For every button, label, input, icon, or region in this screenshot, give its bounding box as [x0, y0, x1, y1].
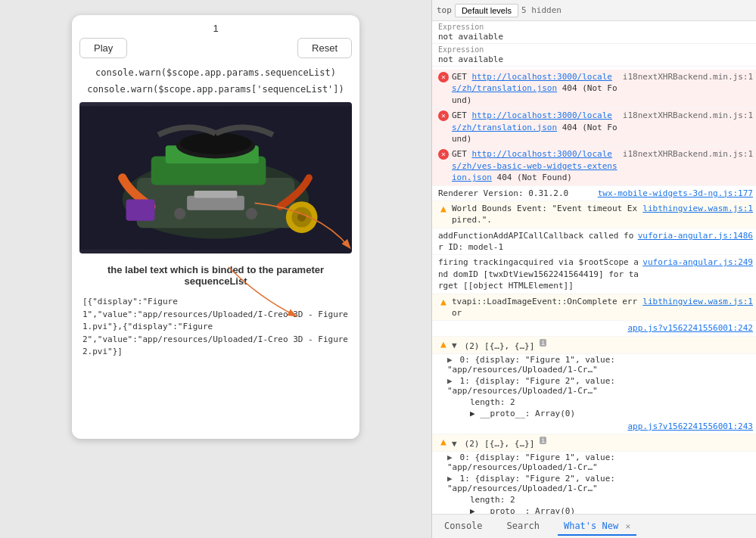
- log-text: ▼ (2) [{…}, {…}] i: [452, 436, 753, 449]
- frame-buttons: Play Reset: [79, 38, 352, 58]
- svg-point-9: [297, 213, 306, 221]
- expand-arrow-sub[interactable]: ▶: [447, 355, 455, 365]
- tab-indicator: 1: [79, 23, 352, 34]
- log-link[interactable]: app.js?v1562241556001:243: [627, 421, 753, 431]
- log-source: i18nextXHRBackend.min.js:1: [623, 148, 753, 160]
- tab-search[interactable]: Search: [501, 518, 546, 536]
- log-link[interactable]: http://localhost:3000/locales/zh/ves-bas…: [452, 149, 618, 182]
- play-button[interactable]: Play: [79, 38, 127, 58]
- log-source: i18nextXHRBackend.min.js:1: [623, 110, 753, 121]
- expression-value-1: not available: [438, 32, 750, 42]
- tab-console[interactable]: Console: [438, 518, 489, 536]
- console-warn-2: console.warn($scope.app.params['sequence…: [79, 84, 352, 95]
- app-frame: 1 Play Reset console.warn($scope.app.par…: [72, 15, 359, 439]
- expand-arrow-sub[interactable]: ▶: [447, 376, 455, 386]
- log-text: Renderer Version: 0.31.2.0: [438, 188, 595, 199]
- error-icon: ✕: [438, 72, 449, 82]
- devtools-bottom-tabs: Console Search What's New ✕: [432, 514, 756, 538]
- log-line: ✕ GET http://localhost:3000/locales/zh/t…: [432, 70, 756, 108]
- log-source: twx-mobile-widgets-3d-ng.js:177: [598, 188, 753, 199]
- expression-block-2: Expression not available: [432, 44, 756, 67]
- log-source: vuforia-angular.js:1486: [638, 230, 753, 241]
- hidden-count: 5 hidden: [521, 5, 562, 15]
- log-line: addFunctionAddAPICallCallback called for…: [432, 229, 756, 256]
- left-panel: 1 Play Reset console.warn($scope.app.par…: [0, 0, 431, 538]
- log-line: app.js?v1562241556001:243: [432, 419, 756, 434]
- expand-item: ▶ 1: {display: "Figure 2", value: "app/r…: [432, 375, 756, 397]
- expand-arrow[interactable]: ▼: [452, 438, 459, 449]
- log-text: GET http://localhost:3000/locales/zh/tra…: [452, 71, 620, 106]
- log-source: app.js?v1562241556001:242: [627, 322, 753, 334]
- log-source: vuforia-angular.js:249: [642, 257, 753, 268]
- devtools-toolbar: top Default levels 5 hidden: [432, 0, 756, 21]
- expand-item: ▶ 1: {display: "Figure 2", value: "app/r…: [432, 473, 756, 494]
- log-text: GET http://localhost:3000/locales/zh/tra…: [452, 110, 620, 145]
- log-line: firing trackingacquired via $rootScope a…: [432, 255, 756, 294]
- default-levels-button[interactable]: Default levels: [455, 4, 518, 17]
- svg-point-14: [246, 208, 257, 219]
- log-line: ▲ World Bounds Event: "Event timeout Exp…: [432, 201, 756, 229]
- log-link[interactable]: app.js?v1562241556001:242: [627, 323, 753, 333]
- warning-icon: ▲: [438, 437, 449, 447]
- warning-icon: ▲: [438, 297, 449, 307]
- expand-arrow-sub[interactable]: ▶: [447, 452, 455, 462]
- expand-item-proto: ▶ __proto__: Array(0): [432, 408, 756, 419]
- warning-icon: ▲: [438, 204, 449, 214]
- log-link[interactable]: libthingview.wasm.js:1: [642, 204, 753, 213]
- devtools-log-content[interactable]: ✕ GET http://localhost:3000/locales/zh/t…: [432, 67, 756, 514]
- log-line: ▲ tvapi::LoadImageEvent::OnComplete erro…: [432, 294, 756, 322]
- log-line: app.js?v1562241556001:242: [432, 321, 756, 336]
- close-tab-button[interactable]: ✕: [625, 521, 630, 531]
- tab-whats-new[interactable]: What's New ✕: [558, 518, 636, 536]
- log-link[interactable]: twx-mobile-widgets-3d-ng.js:177: [598, 188, 753, 198]
- log-link[interactable]: vuforia-angular.js:249: [642, 257, 753, 267]
- log-text: addFunctionAddAPICallCallback called for…: [438, 230, 635, 253]
- log-source: libthingview.wasm.js:1: [642, 296, 753, 307]
- warning-icon: ▲: [438, 339, 449, 350]
- log-link[interactable]: http://localhost:3000/locales/zh/transla…: [452, 72, 612, 93]
- expression-value-2: not available: [438, 54, 750, 64]
- expand-arrow[interactable]: ▼: [452, 340, 459, 351]
- log-source: libthingview.wasm.js:1: [642, 203, 753, 214]
- log-text: GET http://localhost:3000/locales/zh/ves…: [452, 148, 620, 183]
- log-source: i18nextXHRBackend.min.js:1: [623, 71, 753, 82]
- log-line-expandable-2: ▲ ▼ (2) [{…}, {…}] i: [432, 434, 756, 452]
- log-text: tvapi::LoadImageEvent::OnComplete error: [452, 296, 639, 319]
- expand-item-length: length: 2: [432, 494, 756, 505]
- log-text: World Bounds Event: "Event timeout Expir…: [452, 203, 639, 226]
- engine-3d-view: [79, 102, 352, 253]
- json-output: [{"display":"Figure 1","value":"app/reso…: [79, 293, 352, 362]
- expand-item-length: length: 2: [432, 397, 756, 408]
- svg-rect-10: [126, 199, 155, 220]
- reset-button[interactable]: Reset: [297, 38, 352, 58]
- expand-item: ▶ 0: {display: "Figure 1", value: "app/r…: [432, 354, 756, 375]
- error-icon: ✕: [438, 149, 449, 160]
- log-line: ✕ GET http://localhost:3000/locales/zh/t…: [432, 108, 756, 147]
- log-link[interactable]: http://localhost:3000/locales/zh/transla…: [452, 110, 612, 132]
- log-link[interactable]: vuforia-angular.js:1486: [638, 231, 753, 241]
- svg-point-13: [174, 208, 185, 219]
- log-line: ✕ GET http://localhost:3000/locales/zh/v…: [432, 147, 756, 185]
- top-label: top: [437, 5, 452, 15]
- expand-arrow-sub[interactable]: ▶: [447, 474, 455, 484]
- expand-item: ▶ 0: {display: "Figure 1", value: "app/r…: [432, 452, 756, 473]
- devtools-panel: top Default levels 5 hidden Expression n…: [431, 0, 756, 538]
- expression-block-1: Expression not available: [432, 21, 756, 44]
- label-text: the label text which is binded to the pa…: [79, 264, 352, 287]
- log-link[interactable]: libthingview.wasm.js:1: [642, 297, 753, 306]
- log-text: firing trackingacquired via $rootScope a…: [438, 257, 639, 291]
- log-source: app.js?v1562241556001:243: [627, 421, 753, 432]
- console-warn-1: console.warn($scope.app.params.sequenceL…: [79, 67, 352, 78]
- expression-label-2: Expression: [438, 45, 750, 54]
- svg-rect-12: [194, 191, 238, 197]
- log-text: ▼ (2) [{…}, {…}] i: [452, 338, 753, 352]
- expression-label-1: Expression: [438, 23, 750, 31]
- log-line-expandable-1: ▲ ▼ (2) [{…}, {…}] i: [432, 337, 756, 354]
- error-icon: ✕: [438, 110, 449, 121]
- svg-point-6: [180, 132, 252, 154]
- log-line: Renderer Version: 0.31.2.0 twx-mobile-wi…: [432, 186, 756, 201]
- expand-item-proto: ▶ __proto__: Array(0): [432, 505, 756, 514]
